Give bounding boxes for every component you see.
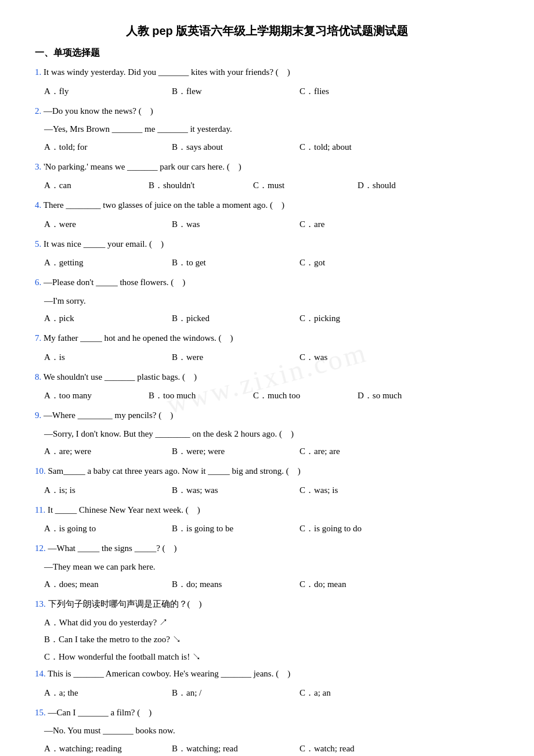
option-4-1: B．was <box>172 217 300 232</box>
option-6-2: C．picking <box>300 311 427 326</box>
question-num-9: 9. <box>35 411 44 420</box>
question-3: 3. 'No parking.' means we _______ park o… <box>35 160 499 194</box>
question-num-14: 14. <box>35 669 48 678</box>
question-body-13: 下列句子朗读时哪句声调是正确的？( ) <box>48 599 202 609</box>
option-7-1: B．were <box>172 350 300 365</box>
question-text-2: 2. —Do you know the news? ( ) <box>35 104 499 119</box>
question-15: 15. —Can I _______ a film? ( )—No. You m… <box>35 705 499 757</box>
options-11: A．is going toB．is going to beC．is going … <box>44 521 499 537</box>
subline-13-1: B．Can I take the metro to the zoo? ↘ <box>44 632 499 647</box>
question-text-7: 7. My father _____ hot and he opened the… <box>35 331 499 346</box>
question-num-6: 6. <box>35 278 44 287</box>
question-text-1: 1. It was windy yesterday. Did you _____… <box>35 65 499 80</box>
option-8-0: A．too many <box>44 388 149 404</box>
option-3-1: B．shouldn't <box>149 178 253 193</box>
options-4: A．wereB．wasC．are <box>44 217 499 232</box>
question-text-5: 5. It was nice _____ your email. ( ) <box>35 237 499 252</box>
option-7-2: C．was <box>300 350 427 365</box>
question-text-4: 4. There ________ two glasses of juice o… <box>35 198 499 213</box>
option-12-0: A．does; mean <box>44 577 172 592</box>
question-14: 14. This is _______ American cowboy. He'… <box>35 667 499 701</box>
option-4-2: C．are <box>300 217 427 232</box>
question-body-14: This is _______ American cowboy. He's we… <box>48 669 290 678</box>
option-10-1: B．was; was <box>172 483 300 498</box>
question-body-3: 'No parking.' means we _______ park our … <box>44 162 241 171</box>
question-num-2: 2. <box>35 106 44 116</box>
options-12: A．does; meanB．do; meansC．do; mean <box>44 577 499 592</box>
question-body-15: —Can I _______ a film? ( ) <box>48 708 152 717</box>
question-text-11: 11. It _____ Chinese New Year next week.… <box>35 503 499 518</box>
question-body-4: There ________ two glasses of juice on t… <box>44 200 284 210</box>
option-11-0: A．is going to <box>44 521 172 537</box>
question-num-5: 5. <box>35 239 44 249</box>
question-num-4: 4. <box>35 200 44 210</box>
option-12-1: B．do; means <box>172 577 300 592</box>
subline-2-0: —Yes, Mrs Brown _______ me _______ it ye… <box>44 122 499 137</box>
option-12-2: C．do; mean <box>300 577 427 592</box>
option-2-1: B．says about <box>172 139 300 155</box>
question-text-9: 9. —Where ________ my pencils? ( ) <box>35 408 499 423</box>
question-12: 12. —What _____ the signs _____? ( )—The… <box>35 541 499 592</box>
question-body-6: —Please don't _____ those flowers. ( ) <box>44 278 185 287</box>
option-3-2: C．must <box>253 178 358 193</box>
question-num-7: 7. <box>35 333 44 343</box>
subline-15-0: —No. You must _______ books now. <box>44 723 499 739</box>
page-title: 人教 pep 版英语六年级上学期期末复习培优试题测试题 <box>35 23 499 39</box>
option-14-0: A．a; the <box>44 685 172 701</box>
option-2-0: A．told; for <box>44 139 172 155</box>
options-2: A．told; forB．says aboutC．told; about <box>44 139 499 155</box>
option-14-2: C．a; an <box>300 685 427 701</box>
option-10-0: A．is; is <box>44 483 172 498</box>
option-11-1: B．is going to be <box>172 521 300 537</box>
option-8-3: D．so much <box>358 388 462 404</box>
question-5: 5. It was nice _____ your email. ( )A．ge… <box>35 237 499 271</box>
option-1-0: A．fly <box>44 84 172 99</box>
option-9-1: B．were; were <box>172 444 300 459</box>
options-10: A．is; isB．was; wasC．was; is <box>44 483 499 498</box>
subline-13-2: C．How wonderful the football match is! ↘ <box>44 650 499 665</box>
options-3: A．canB．shouldn'tC．mustD．should <box>44 178 499 193</box>
subline-6-0: —I'm sorry. <box>44 294 499 309</box>
question-13: 13. 下列句子朗读时哪句声调是正确的？( )A．What did you do… <box>35 597 499 664</box>
question-6: 6. —Please don't _____ those flowers. ( … <box>35 275 499 326</box>
subline-12-0: —They mean we can park here. <box>44 560 499 575</box>
question-8: 8. We shouldn't use _______ plastic bags… <box>35 370 499 404</box>
question-10: 10. Sam_____ a baby cat three years ago.… <box>35 464 499 498</box>
question-text-14: 14. This is _______ American cowboy. He'… <box>35 667 499 682</box>
question-text-13: 13. 下列句子朗读时哪句声调是正确的？( ) <box>35 597 499 612</box>
question-body-10: Sam_____ a baby cat three years ago. Now… <box>48 466 301 476</box>
question-11: 11. It _____ Chinese New Year next week.… <box>35 503 499 537</box>
option-8-2: C．much too <box>253 388 358 404</box>
options-6: A．pickB．pickedC．picking <box>44 311 499 326</box>
question-text-3: 3. 'No parking.' means we _______ park o… <box>35 160 499 175</box>
option-14-1: B．an; / <box>172 685 300 701</box>
question-text-10: 10. Sam_____ a baby cat three years ago.… <box>35 464 499 479</box>
options-15: A．watching; readingB．watching; readC．wat… <box>44 741 499 757</box>
option-3-0: A．can <box>44 178 149 193</box>
question-num-3: 3. <box>35 162 44 171</box>
question-body-11: It _____ Chinese New Year next week. ( ) <box>48 505 200 514</box>
option-15-1: B．watching; read <box>172 741 300 757</box>
options-8: A．too manyB．too muchC．much tooD．so much <box>44 388 499 404</box>
question-num-12: 12. <box>35 543 48 553</box>
question-body-9: —Where ________ my pencils? ( ) <box>44 411 173 420</box>
option-2-2: C．told; about <box>300 139 427 155</box>
option-1-2: C．flies <box>300 84 427 99</box>
question-num-13: 13. <box>35 599 48 609</box>
question-num-10: 10. <box>35 466 48 476</box>
question-2: 2. —Do you know the news? ( )—Yes, Mrs B… <box>35 104 499 155</box>
option-11-2: C．is going to do <box>300 521 427 537</box>
options-1: A．flyB．flewC．flies <box>44 84 499 99</box>
question-num-11: 11. <box>35 505 48 514</box>
question-text-8: 8. We shouldn't use _______ plastic bags… <box>35 370 499 385</box>
option-5-1: B．to get <box>172 255 300 271</box>
options-5: A．gettingB．to getC．got <box>44 255 499 271</box>
question-body-12: —What _____ the signs _____? ( ) <box>48 543 177 553</box>
option-6-0: A．pick <box>44 311 172 326</box>
question-body-2: —Do you know the news? ( ) <box>44 106 153 116</box>
option-3-3: D．should <box>358 178 462 193</box>
option-7-0: A．is <box>44 350 172 365</box>
question-body-7: My father _____ hot and he opened the wi… <box>44 333 233 343</box>
section-header: 一、单项选择题 <box>35 47 499 59</box>
question-text-12: 12. —What _____ the signs _____? ( ) <box>35 541 499 556</box>
